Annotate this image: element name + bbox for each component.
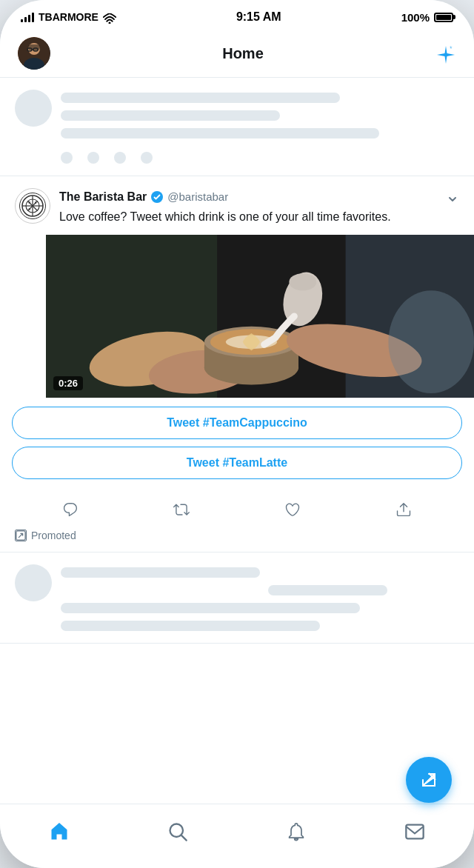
skeleton-content-2 xyxy=(61,564,459,631)
tweet-cappuccino-button[interactable]: Tweet #TeamCappuccino xyxy=(12,407,462,439)
skeleton-avatar-2 xyxy=(15,564,52,601)
wifi-icon xyxy=(103,10,116,23)
tweet-text: Love coffee? Tweet which drink is one of… xyxy=(59,208,459,226)
next-skeleton-tweet xyxy=(0,552,474,644)
skeleton-avatar xyxy=(15,90,52,127)
tweet-actions xyxy=(0,495,474,527)
more-options-icon[interactable] xyxy=(446,188,459,205)
account-name: The Barista Bar xyxy=(59,190,147,204)
nav-notifications[interactable] xyxy=(278,813,315,850)
action-buttons-container: Tweet #TeamCappuccino Tweet #TeamLatte xyxy=(0,398,474,495)
bar1 xyxy=(21,19,23,22)
skeleton-line-6 xyxy=(61,603,360,613)
verified-badge-icon xyxy=(151,190,163,204)
nav-search[interactable] xyxy=(159,813,196,850)
svg-point-29 xyxy=(289,273,316,290)
battery-icon xyxy=(434,13,453,22)
svg-line-36 xyxy=(181,835,187,841)
promoted-label: Promoted xyxy=(31,530,76,541)
tweet-card: B A R The Barista Bar @barista xyxy=(0,176,474,552)
page-title: Home xyxy=(50,45,435,62)
skeleton-dot-2 xyxy=(87,152,99,164)
svg-text:B: B xyxy=(29,201,31,204)
skeleton-dots xyxy=(61,152,459,164)
nav-bar: Home xyxy=(0,30,474,78)
svg-text:A: A xyxy=(35,201,37,204)
share-icon[interactable] xyxy=(395,501,412,518)
compose-fab[interactable] xyxy=(406,757,452,803)
video-container[interactable]: 0:26 xyxy=(0,235,474,398)
skeleton-dot-4 xyxy=(141,152,153,164)
tweet-inner: B A R The Barista Bar @barista xyxy=(0,176,474,235)
reply-icon[interactable] xyxy=(62,501,79,518)
tweet-body: The Barista Bar @baristabar Love coffee?… xyxy=(59,188,459,235)
tweet-avatar[interactable]: B A R xyxy=(15,188,50,224)
retweet-icon[interactable] xyxy=(173,501,190,518)
sparkle-icon[interactable] xyxy=(435,41,456,64)
time-display: 9:15 AM xyxy=(236,10,281,24)
skeleton-dot-3 xyxy=(114,152,126,164)
bar2 xyxy=(24,17,27,22)
nav-home[interactable] xyxy=(41,813,78,850)
tweet-handle: @baristabar xyxy=(167,190,228,203)
signal-bars-icon xyxy=(21,12,34,22)
bar4 xyxy=(32,13,34,22)
skeleton-line-3 xyxy=(61,128,379,138)
tweet-latte-button[interactable]: Tweet #TeamLatte xyxy=(12,447,462,479)
like-icon[interactable] xyxy=(284,501,301,518)
bar3 xyxy=(28,15,30,22)
svg-point-31 xyxy=(388,290,474,393)
promoted-icon xyxy=(15,530,27,541)
phone-frame: TBARMORE 9:15 AM 100% xyxy=(0,0,474,868)
battery-percent: 100% xyxy=(401,11,430,24)
skeleton-content xyxy=(61,90,459,164)
carrier-label: TBARMORE xyxy=(39,11,99,23)
skeleton-tweet-top xyxy=(0,78,474,176)
skeleton-line-4 xyxy=(61,567,260,578)
skeleton-line-1 xyxy=(61,93,340,103)
video-thumbnail[interactable]: 0:26 xyxy=(46,235,474,398)
avatar-image xyxy=(18,37,50,70)
tweet-username-row: The Barista Bar @baristabar xyxy=(59,190,228,204)
svg-point-34 xyxy=(433,775,435,777)
status-bar: TBARMORE 9:15 AM 100% xyxy=(0,0,474,30)
main-content: B A R The Barista Bar @barista xyxy=(0,78,474,804)
status-left: TBARMORE xyxy=(21,10,116,23)
tweet-header: The Barista Bar @baristabar xyxy=(59,188,459,205)
nav-messages[interactable] xyxy=(396,813,433,850)
skeleton-line-5 xyxy=(268,585,387,595)
svg-text:R: R xyxy=(29,207,31,211)
skeleton-dot-1 xyxy=(61,152,73,164)
skeleton-line-7 xyxy=(61,621,320,631)
promoted-row: Promoted xyxy=(0,527,474,552)
bottom-nav xyxy=(0,804,474,868)
user-avatar[interactable] xyxy=(18,37,50,70)
svg-point-0 xyxy=(108,21,110,24)
video-duration: 0:26 xyxy=(53,376,83,390)
skeleton-line-2 xyxy=(61,110,280,121)
status-right: 100% xyxy=(401,11,453,24)
svg-rect-37 xyxy=(406,825,423,839)
barista-logo-inner: B A R xyxy=(19,193,46,219)
